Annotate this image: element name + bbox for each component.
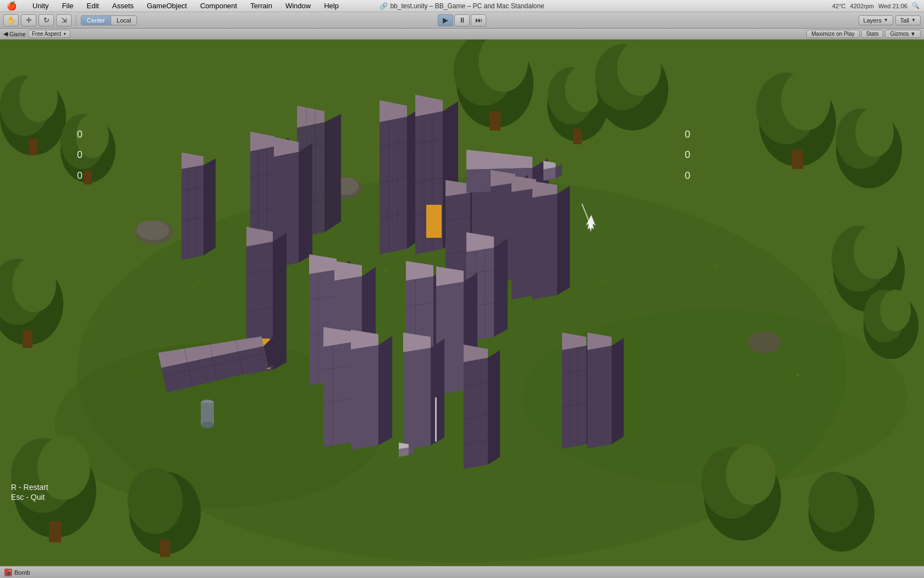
pivot-local-btn[interactable]: Local — [111, 16, 136, 25]
svg-point-209 — [201, 422, 214, 428]
menu-help[interactable]: Help — [322, 2, 341, 10]
svg-point-7 — [384, 270, 386, 272]
svg-point-65 — [136, 220, 169, 240]
svg-marker-180 — [488, 350, 500, 465]
stats-btn[interactable]: Stats — [861, 30, 884, 38]
svg-marker-132 — [532, 194, 557, 299]
svg-marker-173 — [351, 345, 378, 450]
game-viewport: 0 0 0 0 0 0 R - Restart Esc - Quit — [0, 40, 924, 566]
menu-bar-right: 42°C 4202rpm Wed 21:06 🔍 — [832, 2, 920, 9]
status-bar: 💣 Bomb — [0, 566, 924, 578]
status-text: Bomb — [14, 569, 30, 576]
help-text-restart: R - Restart — [11, 483, 48, 492]
apple-menu[interactable]: 🍎 — [4, 1, 19, 11]
title-bar-filename: 🔗 bb_test.unity – BB_Game – PC and Mac S… — [380, 2, 544, 10]
pause-button[interactable]: ⏸ — [454, 14, 470, 26]
menu-window[interactable]: Window — [283, 2, 313, 10]
menu-edit[interactable]: Edit — [85, 2, 101, 10]
svg-marker-199 — [587, 346, 612, 449]
svg-point-5 — [191, 286, 194, 288]
score-right-1: 0 — [685, 129, 690, 140]
move-tool-btn[interactable]: ✛ — [21, 14, 36, 26]
vertical-stick — [435, 397, 437, 441]
block-20 — [351, 330, 392, 450]
rotate-tool-btn[interactable]: ↻ — [38, 14, 54, 26]
score-left-3: 0 — [77, 170, 82, 181]
game-panel-right: Maximize on Play Stats Gizmos ▼ — [806, 30, 921, 38]
block-21 — [403, 332, 444, 450]
cpu-temp: 42°C — [832, 3, 846, 9]
step-button[interactable]: ⏭ — [471, 14, 486, 26]
hand-tool-btn[interactable]: ✋ — [3, 14, 19, 26]
pivot-toggle: Center Local — [81, 15, 137, 25]
svg-marker-98 — [182, 165, 204, 260]
menu-gameobject[interactable]: GameObject — [145, 2, 189, 10]
svg-point-68 — [748, 331, 781, 353]
svg-point-15 — [796, 374, 799, 377]
svg-marker-167 — [323, 342, 351, 447]
svg-rect-45 — [23, 330, 32, 348]
score-right-3: 0 — [685, 170, 690, 181]
cylinder-object — [201, 400, 214, 428]
svg-point-63 — [809, 472, 858, 532]
svg-point-37 — [781, 70, 831, 130]
svg-marker-179 — [464, 358, 488, 469]
svg-marker-202 — [543, 167, 556, 181]
game-tab-label: Game — [9, 31, 26, 37]
search-icon[interactable]: 🔍 — [912, 2, 920, 9]
svg-rect-27 — [490, 111, 501, 130]
svg-point-11 — [824, 292, 826, 294]
svg-rect-96 — [426, 205, 442, 238]
toolbar-right: Layers Tall — [859, 15, 921, 25]
svg-marker-174 — [378, 336, 392, 445]
svg-rect-19 — [29, 139, 37, 155]
svg-point-61 — [726, 444, 776, 505]
svg-marker-113 — [299, 143, 312, 263]
unity-toolbar: ✋ ✛ ↻ ⇲ Center Local ▶ ⏸ ⏭ Layers Tall — [0, 12, 924, 29]
menu-file[interactable]: File — [60, 2, 76, 10]
status-bomb-icon: 💣 — [4, 569, 12, 576]
svg-point-18 — [19, 73, 58, 122]
svg-point-9 — [604, 281, 606, 283]
svg-point-51 — [880, 290, 911, 331]
menu-assets[interactable]: Assets — [110, 2, 136, 10]
gizmos-btn[interactable]: Gizmos ▼ — [885, 30, 921, 38]
svg-marker-136 — [494, 238, 508, 337]
block-12 — [532, 181, 570, 299]
svg-rect-23 — [84, 171, 92, 184]
score-right-2: 0 — [685, 149, 690, 160]
svg-marker-133 — [557, 186, 570, 295]
svg-rect-58 — [160, 539, 170, 557]
playback-controls: ▶ ⏸ ⏭ — [438, 14, 486, 26]
menu-unity[interactable]: Unity — [30, 2, 51, 10]
game-scene-svg: 0 0 0 0 0 0 R - Restart Esc - Quit — [0, 40, 924, 566]
svg-rect-55 — [49, 521, 61, 542]
svg-point-44 — [12, 257, 56, 312]
menu-component[interactable]: Component — [198, 2, 239, 10]
block-22 — [464, 345, 500, 469]
menu-bar: 🍎 Unity File Edit Assets GameObject Comp… — [0, 0, 924, 12]
svg-marker-192 — [562, 346, 586, 449]
svg-point-57 — [128, 468, 183, 534]
layers-dropdown[interactable]: Layers — [859, 15, 893, 25]
menu-terrain[interactable]: Terrain — [248, 2, 274, 10]
game-tab[interactable]: ◀ Game — [3, 30, 26, 37]
svg-marker-99 — [204, 159, 216, 255]
play-button[interactable]: ▶ — [438, 14, 453, 26]
svg-point-48 — [854, 224, 898, 279]
svg-marker-72 — [324, 114, 341, 232]
game-panel-bar: ◀ Game Free Aspect Maximize on Play Stat… — [0, 29, 924, 40]
score-left-2: 0 — [77, 149, 82, 160]
cpu-rpm: 4202rpm — [850, 3, 874, 9]
svg-point-10 — [713, 264, 717, 267]
svg-rect-38 — [792, 150, 803, 169]
aspect-dropdown[interactable]: Free Aspect — [28, 30, 70, 38]
score-left-1: 0 — [77, 129, 82, 140]
svg-point-4 — [108, 258, 112, 261]
scale-tool-btn[interactable]: ⇲ — [56, 14, 72, 26]
pivot-center-btn[interactable]: Center — [81, 16, 111, 25]
help-text-quit: Esc - Quit — [11, 493, 45, 501]
layout-dropdown[interactable]: Tall — [895, 15, 921, 25]
svg-marker-177 — [431, 339, 444, 445]
maximize-on-play-btn[interactable]: Maximize on Play — [806, 30, 859, 38]
